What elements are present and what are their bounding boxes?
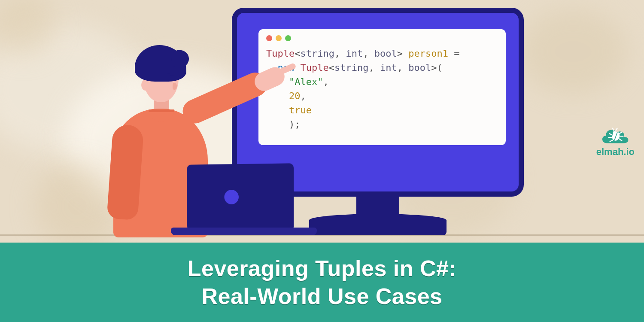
code-token-gen: bool: [374, 48, 397, 59]
code-line: "Alex",: [266, 75, 498, 89]
code-token-pun: ,: [300, 91, 306, 101]
code-token-var: person1: [408, 48, 448, 59]
brand-logo: elmah.io: [596, 125, 635, 158]
person-arm-pointing: [179, 69, 271, 128]
brand-name: elmah.io: [596, 146, 635, 158]
code-line: true: [266, 103, 498, 117]
page-title: Leveraging Tuples in C#: Real-World Use …: [188, 255, 456, 310]
traffic-green-icon: [285, 35, 291, 41]
code-token-pun: ,: [368, 62, 374, 73]
person-arm-down: [106, 124, 144, 220]
illustration-scene: Tuple<string, int, bool> person1 = new T…: [0, 0, 644, 243]
code-token-pun: >: [431, 62, 437, 73]
code-token-pun: <: [329, 62, 334, 73]
code-token-gen: int: [380, 62, 397, 73]
code-line: Tuple<string, int, bool> person1 =: [266, 46, 498, 61]
code-token-pun: =: [454, 48, 459, 59]
person-hair: [135, 45, 186, 82]
laptop: [187, 163, 294, 231]
code-token-pun: <: [295, 48, 300, 59]
bg-texture: [519, 9, 627, 94]
code-token-pun: ,: [397, 62, 403, 73]
title-bar: Leveraging Tuples in C#: Real-World Use …: [0, 243, 644, 322]
code-token-pun: );: [289, 119, 301, 130]
code-token-num: 20: [289, 91, 301, 101]
code-token-gen: string: [334, 62, 368, 73]
code-body: Tuple<string, int, bool> person1 = new T…: [266, 46, 498, 131]
code-token-bool: true: [289, 105, 312, 115]
code-token-pun: ,: [334, 48, 340, 59]
window-traffic-lights: [266, 35, 498, 41]
code-token-pun: ,: [363, 48, 368, 59]
code-line: new Tuple<string, int, bool>(: [266, 61, 498, 75]
code-token-type: Tuple: [301, 62, 329, 73]
title-line-2: Real-World Use Cases: [201, 284, 442, 309]
svg-point-1: [613, 131, 617, 134]
person-nose: [173, 83, 177, 90]
code-token-str: "Alex": [289, 76, 323, 87]
cloud-bug-icon: [598, 125, 632, 148]
code-line: 20,: [266, 89, 498, 103]
laptop-logo-icon: [224, 190, 239, 204]
svg-line-10: [616, 128, 617, 131]
code-window: Tuple<string, int, bool> person1 = new T…: [258, 29, 506, 145]
monitor-stand-neck: [356, 197, 399, 222]
laptop-base: [171, 228, 317, 235]
code-token-gen: int: [346, 48, 363, 59]
code-token-pun: (: [437, 62, 442, 73]
code-line: );: [266, 117, 498, 131]
traffic-yellow-icon: [276, 35, 282, 41]
title-line-1: Leveraging Tuples in C#:: [188, 256, 456, 281]
code-token-gen: string: [300, 48, 334, 59]
code-token-pun: ,: [323, 76, 328, 87]
code-token-gen: bool: [408, 62, 431, 73]
code-token-pun: >: [397, 48, 403, 59]
traffic-red-icon: [266, 35, 272, 41]
